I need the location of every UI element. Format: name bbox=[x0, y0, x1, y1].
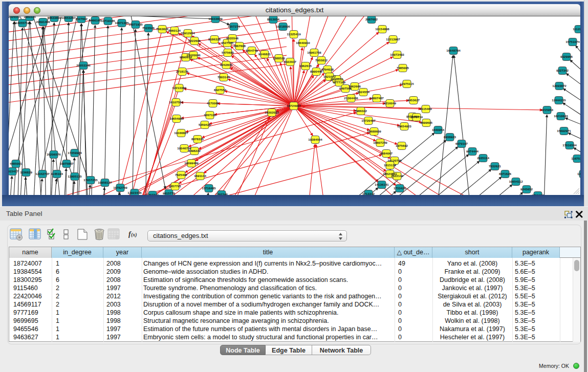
svg-text:9457791: 9457791 bbox=[169, 184, 182, 188]
svg-text:19384554: 19384554 bbox=[308, 138, 322, 141]
svg-text:15716485: 15716485 bbox=[202, 186, 216, 190]
svg-text:16210643: 16210643 bbox=[554, 114, 568, 118]
svg-text:8322037: 8322037 bbox=[284, 60, 297, 63]
svg-text:12213967: 12213967 bbox=[386, 37, 400, 41]
svg-text:8813054: 8813054 bbox=[267, 17, 280, 21]
svg-text:1167533: 1167533 bbox=[571, 157, 580, 160]
svg-text:3215953: 3215953 bbox=[541, 108, 554, 112]
svg-text:10975867: 10975867 bbox=[59, 162, 74, 165]
svg-text:9415779: 9415779 bbox=[163, 191, 176, 195]
svg-text:2687682: 2687682 bbox=[365, 17, 378, 21]
svg-text:2718176: 2718176 bbox=[176, 70, 189, 73]
svg-text:9242845: 9242845 bbox=[220, 63, 233, 67]
svg-text:18633809: 18633809 bbox=[47, 16, 61, 19]
svg-text:16071935: 16071935 bbox=[128, 23, 143, 26]
svg-text:19166827: 19166827 bbox=[174, 131, 188, 135]
svg-text:5359426: 5359426 bbox=[199, 123, 211, 126]
svg-text:12905135: 12905135 bbox=[68, 174, 82, 178]
svg-text:9245652: 9245652 bbox=[520, 187, 533, 191]
svg-text:7462666: 7462666 bbox=[349, 84, 361, 88]
svg-text:9227342: 9227342 bbox=[556, 69, 569, 72]
svg-text:1615132: 1615132 bbox=[384, 163, 397, 167]
svg-text:1156829: 1156829 bbox=[20, 170, 32, 174]
svg-text:23420046: 23420046 bbox=[186, 53, 201, 57]
svg-text:8427552: 8427552 bbox=[214, 88, 227, 92]
svg-text:16033809: 16033809 bbox=[208, 17, 223, 20]
svg-text:18807249: 18807249 bbox=[373, 141, 387, 144]
svg-text:9684067: 9684067 bbox=[380, 151, 393, 155]
svg-text:9575754: 9575754 bbox=[410, 115, 423, 119]
svg-text:7803144: 7803144 bbox=[217, 75, 230, 79]
svg-text:16154808: 16154808 bbox=[375, 27, 389, 31]
svg-text:12444155: 12444155 bbox=[552, 98, 566, 102]
svg-text:1292344: 1292344 bbox=[146, 193, 159, 195]
svg-text:10671385: 10671385 bbox=[115, 21, 129, 25]
svg-text:2104557: 2104557 bbox=[9, 16, 21, 18]
svg-text:12342737: 12342737 bbox=[35, 172, 50, 176]
svg-text:35912954: 35912954 bbox=[181, 31, 195, 35]
svg-text:10973493: 10973493 bbox=[390, 53, 404, 56]
svg-text:15751074: 15751074 bbox=[565, 40, 580, 43]
svg-text:19218506: 19218506 bbox=[276, 25, 290, 28]
svg-text:9699695: 9699695 bbox=[420, 121, 433, 124]
svg-text:18640910: 18640910 bbox=[296, 41, 310, 45]
svg-text:1292346: 1292346 bbox=[215, 192, 228, 195]
svg-text:18724007: 18724007 bbox=[287, 104, 301, 107]
svg-text:10958127: 10958127 bbox=[98, 181, 112, 184]
svg-text:17957255: 17957255 bbox=[83, 178, 98, 182]
svg-text:19654923: 19654923 bbox=[397, 124, 411, 128]
svg-text:19302023: 19302023 bbox=[265, 111, 279, 114]
svg-text:7625402: 7625402 bbox=[175, 173, 188, 177]
svg-text:4485001: 4485001 bbox=[10, 162, 23, 165]
svg-text:6216049: 6216049 bbox=[384, 101, 397, 105]
svg-text:16107554: 16107554 bbox=[169, 100, 183, 104]
svg-text:10719185: 10719185 bbox=[101, 19, 115, 23]
svg-text:1112979: 1112979 bbox=[573, 27, 580, 31]
svg-text:5222605: 5222605 bbox=[188, 39, 201, 42]
svg-text:3267110: 3267110 bbox=[204, 113, 216, 117]
svg-text:14136141: 14136141 bbox=[375, 183, 389, 186]
svg-text:9329966: 9329966 bbox=[560, 55, 573, 58]
svg-text:10120746: 10120746 bbox=[387, 159, 402, 162]
svg-text:6679197: 6679197 bbox=[455, 142, 468, 145]
svg-text:10654112: 10654112 bbox=[509, 180, 523, 183]
svg-text:7986322: 7986322 bbox=[355, 109, 367, 113]
svg-text:16782759: 16782759 bbox=[113, 186, 127, 189]
svg-text:20206576: 20206576 bbox=[47, 152, 61, 156]
svg-text:2522144: 2522144 bbox=[391, 174, 404, 178]
svg-text:4170065: 4170065 bbox=[207, 101, 220, 105]
svg-text:12975115: 12975115 bbox=[400, 82, 414, 85]
svg-text:16648784: 16648784 bbox=[446, 49, 461, 52]
svg-text:9115460: 9115460 bbox=[420, 107, 432, 111]
svg-text:8454749: 8454749 bbox=[246, 49, 258, 52]
svg-text:1362615: 1362615 bbox=[299, 64, 312, 68]
svg-text:10807487: 10807487 bbox=[369, 96, 384, 100]
svg-text:9453627: 9453627 bbox=[407, 98, 420, 102]
svg-text:12213389: 12213389 bbox=[172, 86, 186, 90]
svg-text:8186328: 8186328 bbox=[208, 37, 221, 41]
svg-text:1640954: 1640954 bbox=[432, 128, 445, 132]
svg-text:20691406: 20691406 bbox=[36, 20, 50, 24]
svg-text:19654985: 19654985 bbox=[169, 117, 184, 120]
svg-text:1145194: 1145194 bbox=[51, 172, 63, 176]
svg-text:8990448: 8990448 bbox=[310, 70, 323, 73]
svg-text:16961758: 16961758 bbox=[307, 51, 321, 54]
svg-text:7357274: 7357274 bbox=[228, 25, 241, 28]
svg-text:8678335: 8678335 bbox=[191, 137, 204, 141]
svg-text:8660124: 8660124 bbox=[168, 29, 181, 32]
svg-text:1975692: 1975692 bbox=[396, 144, 408, 147]
svg-text:21364436: 21364436 bbox=[344, 96, 358, 100]
svg-text:15720407: 15720407 bbox=[361, 119, 376, 122]
svg-text:3624554: 3624554 bbox=[357, 90, 370, 94]
svg-text:9527505: 9527505 bbox=[221, 41, 234, 45]
svg-text:11325419: 11325419 bbox=[287, 32, 301, 36]
svg-text:1980335: 1980335 bbox=[24, 16, 36, 18]
svg-text:1713342: 1713342 bbox=[362, 192, 375, 195]
svg-text:8938923: 8938923 bbox=[444, 135, 456, 139]
svg-text:1203405: 1203405 bbox=[577, 172, 580, 176]
svg-text:7955812: 7955812 bbox=[315, 58, 328, 62]
svg-text:2867608: 2867608 bbox=[233, 44, 246, 48]
svg-text:8498222: 8498222 bbox=[188, 149, 201, 152]
svg-text:7632621: 7632621 bbox=[489, 164, 502, 168]
svg-text:20053346: 20053346 bbox=[76, 63, 91, 67]
